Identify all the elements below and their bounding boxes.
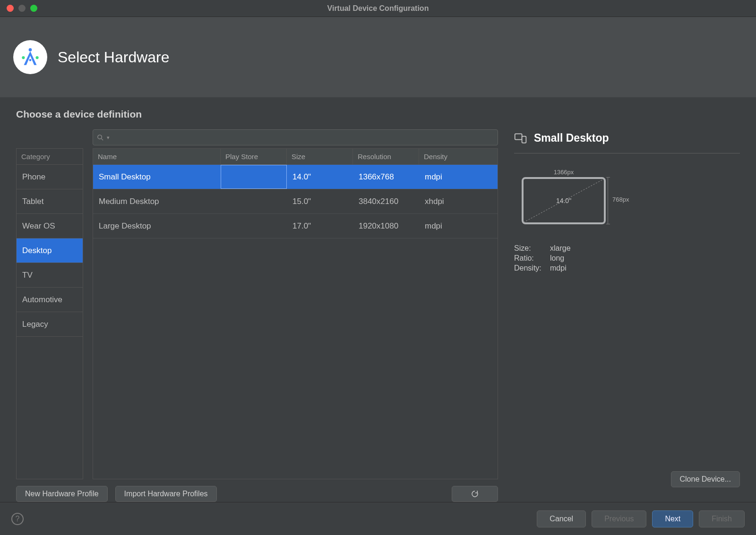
cell-playstore [221, 189, 287, 213]
search-input[interactable] [112, 134, 494, 142]
cell-density: mdpi [419, 165, 498, 189]
previous-button[interactable]: Previous [592, 510, 646, 527]
spec-ratio-label: Ratio: [514, 254, 550, 263]
cell-resolution: 1366x768 [353, 165, 419, 189]
table-row[interactable]: Large Desktop17.0"1920x1080mdpi [93, 214, 498, 238]
section-heading: Choose a device definition [16, 109, 740, 120]
window-title: Virtual Device Configuration [0, 4, 756, 13]
cell-size: 14.0" [287, 165, 353, 189]
cell-resolution: 3840x2160 [353, 189, 419, 213]
category-item-desktop[interactable]: Desktop [17, 238, 83, 263]
titlebar: Virtual Device Configuration [0, 0, 756, 17]
devices-icon [514, 131, 527, 144]
wizard-banner: Select Hardware [0, 17, 756, 97]
category-item-automotive[interactable]: Automotive [17, 288, 83, 312]
col-density[interactable]: Density [419, 149, 498, 164]
cell-name: Large Desktop [93, 214, 221, 238]
search-field[interactable]: ▾ [93, 129, 498, 145]
spec-density-value: mdpi [550, 264, 567, 272]
device-preview-panel: Small Desktop 1366px 14.0" 768px Size: x… [514, 129, 740, 502]
diagram-width-label: 1366px [522, 169, 606, 176]
wizard-footer: ? Cancel Previous Next Finish [0, 502, 756, 535]
import-hardware-profiles-button[interactable]: Import Hardware Profiles [115, 486, 217, 502]
table-header-row: Name Play Store Size Resolution Density [93, 149, 498, 165]
svg-point-0 [29, 48, 32, 51]
refresh-icon [471, 490, 479, 498]
svg-point-3 [35, 56, 38, 59]
col-playstore[interactable]: Play Store [221, 149, 287, 164]
category-item-tv[interactable]: TV [17, 263, 83, 288]
diagram-height-label: 768px [612, 196, 629, 203]
window-zoom-button[interactable] [30, 5, 37, 12]
window-close-button[interactable] [7, 5, 14, 12]
cell-playstore [221, 214, 287, 238]
cell-playstore [221, 165, 287, 189]
cell-name: Small Desktop [93, 165, 221, 189]
cell-size: 15.0" [287, 189, 353, 213]
svg-rect-7 [522, 136, 526, 143]
spec-ratio-value: long [550, 254, 564, 263]
svg-rect-1 [29, 59, 31, 61]
cell-name: Medium Desktop [93, 189, 221, 213]
device-table: Name Play Store Size Resolution Density … [93, 148, 498, 479]
col-resolution[interactable]: Resolution [353, 149, 419, 164]
page-title: Select Hardware [58, 49, 170, 66]
cell-size: 17.0" [287, 214, 353, 238]
diagram-diagonal-label: 14.0" [522, 177, 606, 224]
category-item-tablet[interactable]: Tablet [17, 189, 83, 214]
table-row[interactable]: Medium Desktop15.0"3840x2160xhdpi [93, 189, 498, 214]
table-row[interactable]: Small Desktop14.0"1366x768mdpi [93, 165, 498, 189]
spec-size-label: Size: [514, 244, 550, 253]
cell-resolution: 1920x1080 [353, 214, 419, 238]
device-specs: Size: xlarge Ratio: long Density: mdpi [514, 244, 740, 272]
cancel-button[interactable]: Cancel [537, 510, 586, 527]
clone-device-button[interactable]: Clone Device... [671, 471, 740, 487]
svg-point-2 [22, 56, 25, 59]
refresh-button[interactable] [452, 486, 498, 502]
preview-device-name: Small Desktop [534, 132, 609, 144]
category-item-legacy[interactable]: Legacy [17, 312, 83, 337]
category-list: Category PhoneTabletWear OSDesktopTVAuto… [16, 148, 83, 479]
category-header: Category [17, 149, 83, 165]
new-hardware-profile-button[interactable]: New Hardware Profile [16, 486, 108, 502]
col-size[interactable]: Size [287, 149, 353, 164]
svg-line-5 [101, 138, 103, 140]
next-button[interactable]: Next [652, 510, 693, 527]
search-dropdown-icon[interactable]: ▾ [107, 135, 110, 141]
help-button[interactable]: ? [11, 513, 24, 525]
category-item-wear-os[interactable]: Wear OS [17, 214, 83, 238]
finish-button[interactable]: Finish [699, 510, 745, 527]
spec-size-value: xlarge [550, 244, 571, 253]
spec-density-label: Density: [514, 264, 550, 272]
android-studio-icon [13, 40, 47, 74]
window-minimize-button[interactable] [18, 5, 26, 12]
search-icon [97, 134, 104, 141]
category-item-phone[interactable]: Phone [17, 165, 83, 189]
cell-density: xhdpi [419, 189, 498, 213]
device-diagram: 1366px 14.0" 768px [522, 172, 630, 229]
svg-point-4 [98, 135, 102, 138]
cell-density: mdpi [419, 214, 498, 238]
col-name[interactable]: Name [93, 149, 221, 164]
svg-rect-6 [515, 134, 522, 139]
